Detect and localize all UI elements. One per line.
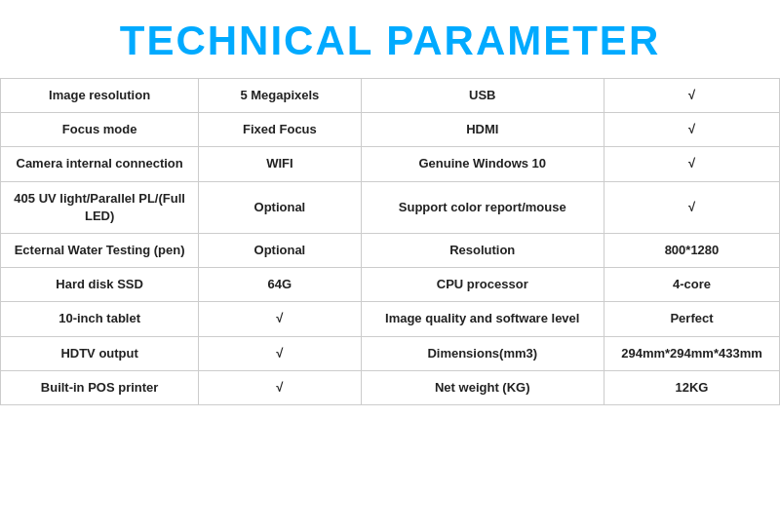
cell-r5-c2: CPU processor xyxy=(361,268,604,302)
cell-r2-c3: √ xyxy=(604,147,779,181)
table-row: Camera internal connectionWIFIGenuine Wi… xyxy=(1,147,780,181)
cell-r8-c2: Net weight (KG) xyxy=(361,370,604,404)
cell-r1-c1: Fixed Focus xyxy=(199,113,361,147)
table-row: Hard disk SSD64GCPU processor4-core xyxy=(1,268,780,302)
table-row: 405 UV light/Parallel PL/(Full LED)Optio… xyxy=(1,181,780,233)
cell-r7-c1: √ xyxy=(199,336,361,370)
cell-r0-c3: √ xyxy=(604,79,779,113)
cell-r7-c2: Dimensions(mm3) xyxy=(361,336,604,370)
table-row: 10-inch tablet√Image quality and softwar… xyxy=(1,302,780,336)
cell-r5-c3: 4-core xyxy=(604,268,779,302)
table-row: Built-in POS printer√Net weight (KG)12KG xyxy=(1,370,780,404)
parameter-table: Image resolution5 MegapixelsUSB√Focus mo… xyxy=(0,78,780,405)
table-row: Ecternal Water Testing (pen)OptionalReso… xyxy=(1,233,780,267)
cell-r4-c3: 800*1280 xyxy=(604,233,779,267)
table-row: Image resolution5 MegapixelsUSB√ xyxy=(1,79,780,113)
cell-r0-c1: 5 Megapixels xyxy=(199,79,361,113)
cell-r6-c1: √ xyxy=(199,302,361,336)
cell-r7-c0: HDTV output xyxy=(1,336,199,370)
cell-r4-c1: Optional xyxy=(199,233,361,267)
cell-r3-c2: Support color report/mouse xyxy=(361,181,604,233)
cell-r0-c2: USB xyxy=(361,79,604,113)
cell-r7-c3: 294mm*294mm*433mm xyxy=(604,336,779,370)
cell-r8-c3: 12KG xyxy=(604,370,779,404)
cell-r6-c0: 10-inch tablet xyxy=(1,302,199,336)
cell-r3-c3: √ xyxy=(604,181,779,233)
cell-r2-c2: Genuine Windows 10 xyxy=(361,147,604,181)
cell-r3-c0: 405 UV light/Parallel PL/(Full LED) xyxy=(1,181,199,233)
cell-r5-c1: 64G xyxy=(199,268,361,302)
cell-r0-c0: Image resolution xyxy=(1,79,199,113)
cell-r6-c2: Image quality and software level xyxy=(361,302,604,336)
table-row: HDTV output√Dimensions(mm3)294mm*294mm*4… xyxy=(1,336,780,370)
cell-r4-c0: Ecternal Water Testing (pen) xyxy=(1,233,199,267)
cell-r1-c0: Focus mode xyxy=(1,113,199,147)
cell-r3-c1: Optional xyxy=(199,181,361,233)
cell-r8-c1: √ xyxy=(199,370,361,404)
cell-r8-c0: Built-in POS printer xyxy=(1,370,199,404)
cell-r1-c3: √ xyxy=(604,113,779,147)
cell-r6-c3: Perfect xyxy=(604,302,779,336)
cell-r2-c1: WIFI xyxy=(199,147,361,181)
table-row: Focus modeFixed FocusHDMI√ xyxy=(1,113,780,147)
cell-r2-c0: Camera internal connection xyxy=(1,147,199,181)
cell-r1-c2: HDMI xyxy=(361,113,604,147)
cell-r5-c0: Hard disk SSD xyxy=(1,268,199,302)
cell-r4-c2: Resolution xyxy=(361,233,604,267)
page-title: TECHNICAL PARAMETER xyxy=(0,0,780,78)
